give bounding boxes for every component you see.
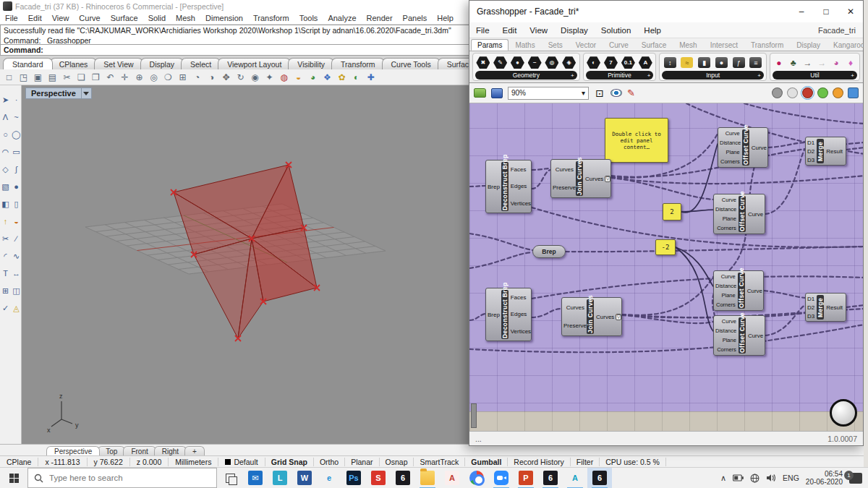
gh-menu-item[interactable]: Display [554, 26, 595, 35]
close-button[interactable]: ✕ [838, 1, 863, 22]
status-toggle[interactable]: Ortho [314, 458, 345, 466]
value-knob-icon[interactable]: ƒ [733, 57, 745, 68]
port-in[interactable]: D1 [807, 296, 814, 302]
maximize-button[interactable]: □ [814, 1, 838, 22]
save-icon[interactable]: ▣ [32, 71, 44, 83]
wire-display-icon[interactable] [787, 87, 798, 98]
rhino-menu-item[interactable]: Tools [294, 14, 323, 22]
gh-canvas[interactable]: Double click to edit panel content… Brep… [469, 103, 863, 431]
paste-icon[interactable]: ❐ [90, 71, 102, 83]
toolbar-tab[interactable]: Viewport Layout [218, 58, 291, 69]
dimension-icon[interactable]: ↔ [11, 265, 22, 282]
port-out[interactable]: Curve [748, 211, 763, 218]
status-toggle[interactable]: Osnap [380, 458, 414, 466]
port-out[interactable]: Faces [511, 166, 529, 173]
task-view-button[interactable] [217, 474, 243, 483]
zoom-extents-icon[interactable]: ⊡ [594, 87, 605, 99]
jump-icon[interactable]: → [816, 57, 828, 69]
rhino-menu-item[interactable]: File [0, 14, 23, 22]
move-icon[interactable]: ✥ [220, 71, 232, 83]
graph-mapper-icon[interactable]: ≈ [681, 57, 693, 68]
minimize-button[interactable]: – [789, 1, 814, 22]
port-out[interactable]: Curves▽ [585, 176, 609, 182]
gh-category-tab[interactable]: Transform [744, 39, 790, 51]
status-toggle[interactable]: Gumball [465, 458, 508, 466]
volume-icon[interactable] [766, 474, 776, 482]
toolbar-tab[interactable]: Select [181, 58, 221, 69]
status-toggle[interactable]: Filter [571, 458, 600, 466]
component-deconstruct-brep-2[interactable]: Brep Deconstruct Brep Faces Edges Vertic… [485, 288, 532, 341]
port-in[interactable]: Corners [720, 158, 740, 165]
port-in[interactable]: Distance [720, 140, 740, 146]
gh-menu-item[interactable]: File [469, 26, 496, 35]
port-in[interactable]: Corners [715, 225, 736, 231]
print-icon[interactable]: ▤ [46, 71, 59, 83]
polyline-icon[interactable]: Λ [0, 108, 11, 126]
rhino6-icon[interactable]: 6 [391, 468, 415, 488]
port-out[interactable]: Vertices [511, 328, 529, 335]
open-document-icon[interactable] [474, 88, 486, 98]
circle-param-icon[interactable]: ● [511, 56, 524, 69]
rhino-menu-item[interactable]: Dimension [200, 14, 248, 22]
rhino-menu-item[interactable]: Curve [74, 14, 105, 22]
note-panel[interactable]: Double click to edit panel content… [605, 118, 668, 163]
word-icon[interactable]: W [292, 468, 317, 488]
status-units[interactable]: Millimeters [169, 458, 218, 466]
boolean-icon[interactable]: ◒ [11, 213, 22, 230]
gh-menu-item[interactable]: Solution [595, 26, 638, 35]
port-in[interactable]: Curve [715, 197, 736, 203]
port-out[interactable]: Curves▽ [596, 314, 620, 320]
flask-icon[interactable]: ♦ [845, 57, 857, 69]
port-in[interactable]: Distance [715, 328, 736, 334]
pan-icon[interactable]: ✛ [119, 71, 131, 83]
cut-icon[interactable]: ✂ [61, 71, 73, 83]
gumball-icon[interactable]: ◕ [307, 71, 319, 83]
text-icon[interactable]: T [0, 265, 11, 282]
shaded-display-icon[interactable] [802, 87, 813, 98]
lock-icon[interactable]: ✦ [263, 71, 276, 83]
viewport-tab[interactable]: + [184, 446, 205, 455]
freeform-icon[interactable]: ∫ [11, 160, 22, 178]
port-in[interactable]: Curve [720, 130, 740, 137]
curve-icon[interactable]: ~ [11, 108, 22, 126]
network-globe-icon[interactable] [750, 474, 760, 483]
zoom-extents-icon[interactable]: ❍ [162, 71, 174, 83]
port-in[interactable]: Plane [715, 337, 736, 343]
relay-icon[interactable]: → [801, 57, 814, 69]
cylinder-icon[interactable]: ▯ [11, 195, 22, 213]
rhino-menu-item[interactable]: Render [362, 14, 398, 22]
search-input[interactable] [49, 474, 194, 482]
port-out[interactable]: Curve [747, 288, 762, 294]
component-offset-curve-4[interactable]: Curve Distance Plane Corners Offset Curv… [713, 315, 765, 356]
number-slider-icon[interactable]: ↕ [664, 57, 676, 68]
surface-icon[interactable]: ▧ [0, 178, 11, 195]
brep-param-capsule[interactable]: Brep [532, 245, 566, 258]
photoshop-icon[interactable]: Ps [341, 468, 366, 488]
port-out[interactable]: Result [826, 304, 843, 311]
autodesk-icon[interactable]: A [563, 468, 587, 488]
preview-eye-icon[interactable] [610, 89, 622, 97]
rhino-menu-item[interactable]: Mesh [171, 14, 200, 22]
render-icon[interactable]: ◑ [205, 71, 218, 83]
circle-icon[interactable]: ○ [0, 126, 11, 143]
status-toggle[interactable]: CPU use: 0.5 % [600, 458, 666, 466]
port-in[interactable]: Brep [488, 184, 499, 190]
osnap-icon[interactable]: ❖ [321, 71, 333, 83]
copy-icon[interactable]: ❏ [75, 71, 88, 83]
gh-menu-item[interactable]: View [523, 26, 554, 35]
port-in[interactable]: D2 [807, 148, 814, 155]
status-toggle[interactable]: Grid Snap [265, 458, 314, 466]
mirror-icon[interactable]: ◫ [11, 282, 22, 299]
number-panel-2[interactable]: 2 [663, 203, 681, 221]
properties-icon[interactable]: ◒ [292, 71, 305, 83]
viewport-tab[interactable]: Perspective [46, 446, 100, 455]
sketch-pen-icon[interactable]: ✎ [627, 87, 635, 98]
viewport-title-caret[interactable] [82, 87, 92, 99]
select-arrow-icon[interactable]: ➤ [0, 91, 11, 108]
earth-icon[interactable]: ◐ [350, 71, 362, 83]
gh-category-tab[interactable]: Vector [569, 39, 603, 51]
edge-icon[interactable]: e [317, 468, 341, 488]
component-offset-curve-1[interactable]: Curve Distance Plane Corners Offset Curv… [718, 127, 768, 168]
zoom-level-select[interactable]: 90% ▾ [508, 87, 589, 100]
mail-icon[interactable]: ✉ [243, 468, 268, 488]
